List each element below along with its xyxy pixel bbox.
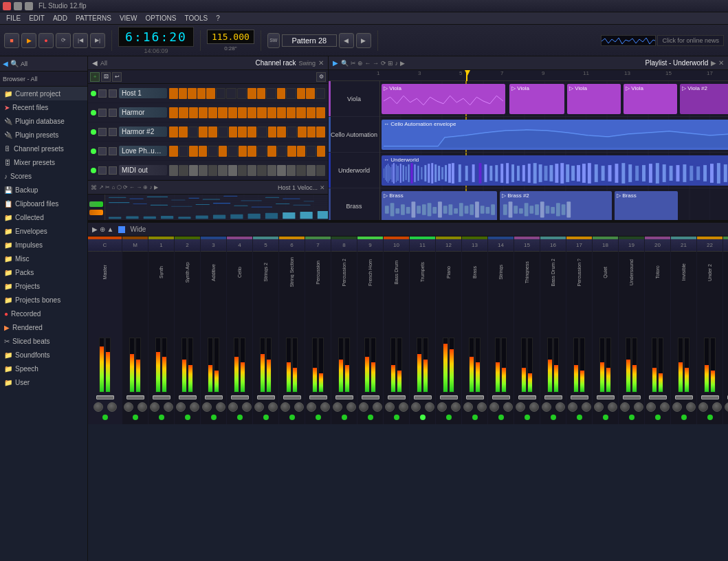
mixer-fader-area-12[interactable] xyxy=(410,293,435,424)
cello-track-row[interactable]: ↔ Cello Automation envelope xyxy=(380,117,728,153)
ch-pad[interactable] xyxy=(239,146,247,157)
ch-pad[interactable] xyxy=(218,107,227,118)
ch-pad[interactable] xyxy=(218,165,227,176)
mixer-send-knob-b-19[interactable] xyxy=(608,402,617,412)
minimize-button[interactable] xyxy=(14,2,22,10)
mixer-fader-area-23[interactable] xyxy=(697,293,723,424)
ch-pad[interactable] xyxy=(287,146,296,157)
sidebar-item-impulses[interactable]: 📁 Impulses xyxy=(0,238,87,252)
mixer-send-knob-a-17[interactable] xyxy=(542,402,551,412)
next-pattern[interactable]: ▶ xyxy=(356,33,371,48)
mixer-send-knob-a-5[interactable] xyxy=(228,402,238,412)
menu-add[interactable]: ADD xyxy=(49,14,71,23)
mixer-track-Insert 2?[interactable]: 23 Insert 2? xyxy=(723,236,728,424)
ch-pad[interactable] xyxy=(247,126,256,138)
mixer-track-Percussion ?[interactable]: 17 Percussion ? xyxy=(566,236,593,424)
ch-pad[interactable] xyxy=(219,146,228,157)
mixer-led-0[interactable] xyxy=(102,415,108,420)
ch-pad[interactable] xyxy=(247,107,256,118)
channel-settings-button[interactable]: ⚙ xyxy=(316,72,326,82)
mixer-send-knob-b-9[interactable] xyxy=(346,402,356,412)
ch-pad[interactable] xyxy=(247,165,256,176)
mixer-fader-area-2[interactable] xyxy=(148,293,174,424)
viola-block-1[interactable]: ▷ Viola xyxy=(382,84,505,114)
ch-pad[interactable] xyxy=(247,88,256,99)
mixer-led-5[interactable] xyxy=(237,415,243,420)
sidebar-item-user[interactable]: 📁 User xyxy=(0,375,87,389)
mixer-track-Master[interactable]: C Master xyxy=(88,236,122,424)
mixer-send-knob-b-3[interactable] xyxy=(190,402,199,412)
mixer-fader-19[interactable] xyxy=(597,395,615,399)
mixer-led-22[interactable] xyxy=(681,415,687,420)
brass-block-3[interactable]: ▷ Brass xyxy=(615,191,678,220)
sidebar-item-speech[interactable]: 📁 Speech xyxy=(0,362,87,375)
underworld-block-1[interactable]: ↔ Underworld xyxy=(382,155,728,186)
ch-pad[interactable] xyxy=(199,165,208,176)
mixer-send-knob-a-1[interactable] xyxy=(124,402,133,412)
ch-mute-love[interactable] xyxy=(98,147,107,155)
mixer-fader-area-1[interactable] xyxy=(122,293,148,424)
ch-pad[interactable] xyxy=(277,146,287,157)
mixer-fader-area-3[interactable] xyxy=(175,293,200,424)
menu-options[interactable]: OPTIONS xyxy=(142,14,179,23)
ch-mute2-harmor[interactable] xyxy=(109,109,117,117)
channel-wrap-button[interactable]: ↩ xyxy=(112,72,122,82)
mixer-send-knob-a-16[interactable] xyxy=(516,402,525,412)
mixer-track-Invisible[interactable]: 21 Invisible xyxy=(671,236,697,424)
mixer-send-knob-b-21[interactable] xyxy=(660,402,670,412)
pattern-display[interactable]: Pattern 28 xyxy=(282,34,337,47)
mixer-led-9[interactable] xyxy=(342,415,347,420)
forward-button[interactable]: ▶| xyxy=(90,33,105,48)
sidebar-item-rendered[interactable]: ▶ Rendered xyxy=(0,320,87,334)
ch-name-host1[interactable]: Host 1 xyxy=(119,88,167,98)
mixer-led-7[interactable] xyxy=(289,415,295,420)
sidebar-item-projects[interactable]: 📁 Projects xyxy=(0,279,87,293)
mixer-fader-area-18[interactable] xyxy=(566,293,592,424)
mixer-send-knob-a-23[interactable] xyxy=(698,402,708,412)
viola-track-row[interactable]: ▷ Viola ▷ Viola ▷ Viola xyxy=(380,81,728,117)
ch-pad[interactable] xyxy=(277,165,286,176)
sidebar-item-misc[interactable]: 📁 Misc xyxy=(0,252,87,265)
ch-pad[interactable] xyxy=(266,88,276,99)
ch-mute2-midi[interactable] xyxy=(109,166,117,175)
mixer-fader-7[interactable] xyxy=(283,395,301,399)
mixer-fader-13[interactable] xyxy=(440,395,458,399)
ch-pad[interactable] xyxy=(199,107,208,118)
mixer-fader-9[interactable] xyxy=(335,395,353,399)
mixer-send-knob-b-15[interactable] xyxy=(503,402,513,412)
ch-led-harmor[interactable] xyxy=(91,110,96,116)
sidebar-item-backup[interactable]: 💾 Backup xyxy=(0,183,87,197)
playlist-body[interactable]: 1 3 5 7 9 11 13 15 17 19 xyxy=(329,70,728,220)
mixer-fader-area-11[interactable] xyxy=(384,293,409,424)
mixer-fader-area-10[interactable] xyxy=(357,293,383,424)
mixer-track-Synth Arp[interactable]: 2 Synth Arp xyxy=(175,236,201,424)
ch-pad[interactable] xyxy=(208,146,218,157)
ch-led-midi[interactable] xyxy=(91,168,96,173)
channel-random-button[interactable]: ⚄ xyxy=(101,72,111,82)
mixer-fader-area-0[interactable] xyxy=(88,293,122,424)
viola-block-5[interactable]: ▷ Viola #2 xyxy=(680,84,728,114)
menu-file[interactable]: FILE xyxy=(3,14,24,23)
ch-pad[interactable] xyxy=(277,126,286,138)
viola-block-3[interactable]: ▷ Viola xyxy=(567,84,621,114)
sidebar-item-plugin-database[interactable]: 🔌 Plugin database xyxy=(0,114,87,128)
mixer-led-10[interactable] xyxy=(368,415,373,420)
playlist-nav[interactable]: ▶ xyxy=(333,59,338,67)
mixer-led-12[interactable] xyxy=(420,415,426,420)
ch-pad[interactable] xyxy=(179,88,188,99)
ch-pad[interactable] xyxy=(169,146,178,157)
ch-pad[interactable] xyxy=(179,146,189,157)
mixer-fader-4[interactable] xyxy=(205,395,223,399)
ch-pad[interactable] xyxy=(189,107,198,118)
prev-pattern[interactable]: ◀ xyxy=(339,33,354,48)
mixer-track-Totoro[interactable]: 20 Totoro xyxy=(645,236,671,424)
mixer-fader-area-24[interactable] xyxy=(723,293,728,424)
ch-pad[interactable] xyxy=(228,107,237,118)
menu-tools[interactable]: TOOLS xyxy=(181,14,211,23)
mixer-led-11[interactable] xyxy=(394,415,399,420)
ch-pad[interactable] xyxy=(189,146,198,157)
ch-pad[interactable] xyxy=(208,165,217,176)
mixer-send-knob-b-12[interactable] xyxy=(425,402,434,412)
ch-name-love[interactable]: Love Ph..uency xyxy=(119,146,167,156)
ch-pad[interactable] xyxy=(316,126,325,138)
